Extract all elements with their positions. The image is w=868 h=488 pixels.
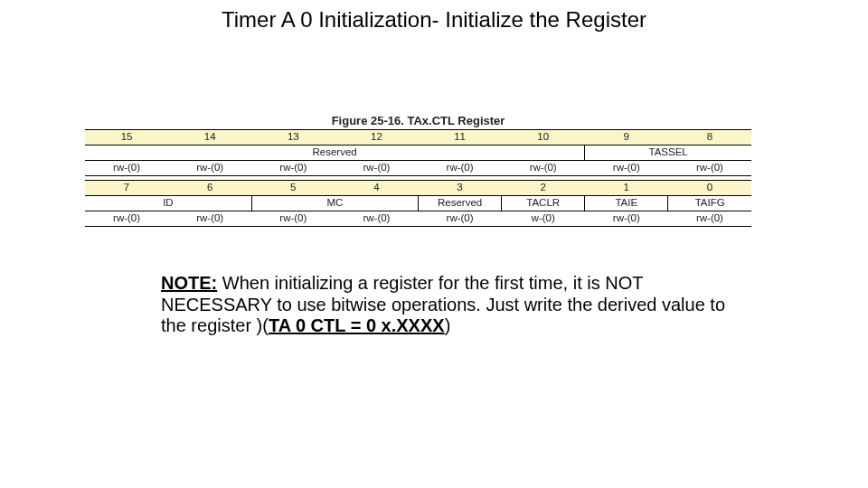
rw-cell: w-(0): [502, 211, 585, 227]
page-title: Timer A 0 Initialization- Initialize the…: [0, 7, 868, 33]
rw-cell: rw-(0): [335, 161, 418, 176]
bit-num: 15: [85, 130, 168, 145]
field-taifg: TAIFG: [668, 196, 751, 211]
rw-cell: rw-(0): [168, 211, 251, 227]
field-reserved-low: Reserved: [419, 196, 502, 211]
note-paragraph: NOTE: When initializing a register for t…: [161, 273, 744, 337]
rw-cell: rw-(0): [251, 161, 335, 176]
bit-number-row-high: 15 14 13 12 11 10 9 8: [85, 130, 751, 145]
rw-cell: rw-(0): [85, 211, 168, 227]
field-reserved: Reserved: [85, 145, 585, 161]
field-taie: TAIE: [585, 196, 668, 211]
bit-num: 14: [168, 130, 251, 145]
rw-row-low: rw-(0) rw-(0) rw-(0) rw-(0) rw-(0) w-(0)…: [85, 211, 751, 227]
field-mc: MC: [251, 196, 418, 211]
note-body-end: ): [445, 315, 451, 335]
rw-cell: rw-(0): [585, 211, 668, 227]
rw-cell: rw-(0): [251, 211, 335, 227]
note-emph: TA 0 CTL = 0 x.XXXX: [269, 315, 445, 335]
rw-cell: rw-(0): [585, 161, 668, 176]
bit-num: 4: [335, 181, 418, 196]
rw-cell: rw-(0): [502, 161, 585, 176]
register-table: 15 14 13 12 11 10 9 8 Reserved TASSEL rw…: [85, 129, 751, 227]
bit-num: 3: [419, 181, 502, 196]
bit-num: 1: [585, 181, 668, 196]
register-figure: Figure 25-16. TAx.CTL Register 15 14 13 …: [85, 114, 751, 227]
bit-num: 2: [502, 181, 585, 196]
rw-cell: rw-(0): [419, 161, 502, 176]
bit-num: 9: [585, 130, 668, 145]
bit-num: 10: [502, 130, 585, 145]
bit-num: 8: [668, 130, 751, 145]
bit-num: 13: [251, 130, 335, 145]
field-id: ID: [85, 196, 251, 211]
bit-num: 11: [419, 130, 502, 145]
field-tassel: TASSEL: [585, 145, 751, 161]
bit-number-row-low: 7 6 5 4 3 2 1 0: [85, 181, 751, 196]
rw-cell: rw-(0): [168, 161, 251, 176]
bit-num: 0: [668, 181, 751, 196]
bit-num: 12: [335, 130, 418, 145]
rw-row-high: rw-(0) rw-(0) rw-(0) rw-(0) rw-(0) rw-(0…: [85, 161, 751, 176]
figure-caption: Figure 25-16. TAx.CTL Register: [85, 114, 751, 127]
field-name-row-high: Reserved TASSEL: [85, 145, 751, 161]
field-taclr: TACLR: [502, 196, 585, 211]
field-name-row-low: ID MC Reserved TACLR TAIE TAIFG: [85, 196, 751, 211]
rw-cell: rw-(0): [668, 161, 751, 176]
bit-num: 7: [85, 181, 168, 196]
rw-cell: rw-(0): [85, 161, 168, 176]
note-label: NOTE:: [161, 273, 217, 293]
rw-cell: rw-(0): [419, 211, 502, 227]
rw-cell: rw-(0): [668, 211, 751, 227]
bit-num: 6: [168, 181, 251, 196]
bit-num: 5: [251, 181, 335, 196]
rw-cell: rw-(0): [335, 211, 418, 227]
